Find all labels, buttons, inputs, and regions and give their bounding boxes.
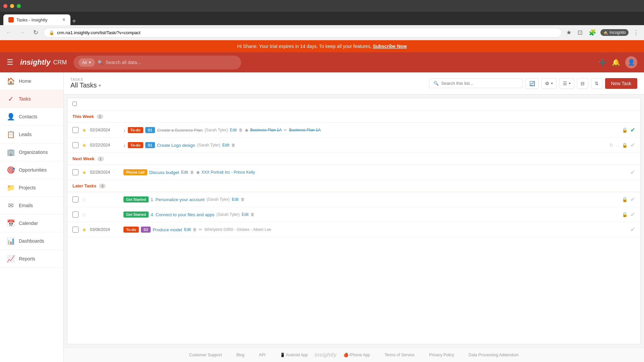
task-row-actions: 🔒 ✔ — [622, 126, 635, 134]
global-search-container[interactable]: All ▼ 🔍 — [73, 56, 241, 69]
list-search-input[interactable] — [441, 81, 519, 86]
task-star-icon[interactable]: ★ — [82, 169, 87, 176]
task-tag-s1: S1 — [145, 127, 155, 133]
task-delete-icon[interactable]: 🗑 — [190, 170, 194, 175]
footer-blog-link[interactable]: Blog — [236, 353, 245, 357]
sidebar-item-contacts[interactable]: 👤 Contacts — [0, 108, 63, 126]
task-name-link[interactable]: 1. Personalize your account — [151, 197, 204, 202]
sidebar-item-dashboards[interactable]: 📊 Dashboards — [0, 232, 63, 250]
footer-terms-link[interactable]: Terms of Service — [385, 353, 415, 357]
task-checkbox[interactable] — [72, 142, 78, 148]
task-delete-icon[interactable]: 🗑 — [193, 227, 197, 232]
tasks-title-dropdown[interactable]: All Tasks ▾ — [70, 81, 424, 89]
task-name-link[interactable]: Produce model — [153, 227, 182, 232]
task-checkbox[interactable] — [72, 169, 78, 175]
sort-button[interactable]: ⇅ — [591, 78, 602, 89]
task-delete-icon[interactable]: 🗑 — [241, 197, 245, 202]
task-name-link[interactable]: Discuss budget — [149, 170, 179, 175]
tab-close-button[interactable]: × — [62, 17, 65, 23]
filter-button[interactable]: ⊟ — [577, 78, 588, 89]
this-week-section-header: This Week 2 — [67, 111, 640, 123]
sidebar-item-projects[interactable]: 📁 Projects — [0, 179, 63, 197]
select-all-checkbox[interactable] — [72, 102, 77, 106]
task-tag-get-started: Get Started — [123, 212, 149, 218]
task-checkbox[interactable] — [72, 212, 78, 218]
task-linked-1[interactable]: Business Plan 1A — [250, 128, 282, 132]
task-checkbox[interactable] — [72, 196, 78, 202]
task-star-icon[interactable]: ★ — [82, 142, 87, 148]
task-complete-button[interactable]: ✔ — [630, 211, 635, 218]
bookmark-icon[interactable]: ★ — [565, 27, 573, 38]
sidebar-item-leads[interactable]: 📋 Leads — [0, 126, 63, 143]
task-delete-icon[interactable]: 🗑 — [231, 143, 235, 147]
sidebar-item-tasks[interactable]: ✓ Tasks — [0, 90, 63, 108]
hamburger-menu-icon[interactable]: ☰ — [7, 58, 13, 67]
window-max-btn[interactable] — [17, 4, 21, 8]
window-close-btn[interactable] — [3, 4, 7, 8]
task-edit-link[interactable]: Edit — [242, 212, 249, 217]
new-task-button[interactable]: New Task — [605, 78, 637, 89]
task-edit-link[interactable]: Edit — [181, 170, 188, 175]
task-edit-link[interactable]: Edit — [232, 197, 239, 202]
task-name-link[interactable]: 4. Connect to your files and apps — [151, 212, 214, 217]
task-linked-org[interactable]: Whirlybird G950 - Globex - Albert Lee — [204, 227, 271, 232]
sidebar-item-opportunities[interactable]: 🎯 Opportunities — [0, 161, 63, 179]
task-checkbox[interactable] — [72, 127, 78, 133]
task-star-icon[interactable]: ☆ — [82, 196, 87, 203]
footer-android-app-link[interactable]: 📱 Android App — [280, 353, 308, 357]
task-star-icon[interactable]: ☆ — [82, 212, 87, 218]
task-name-link[interactable]: Create Logo design — [157, 143, 195, 148]
refresh-button[interactable]: ↻ — [30, 27, 41, 38]
sidebar-item-emails[interactable]: ✉ Emails — [0, 197, 63, 215]
task-edit-link[interactable]: Edit — [230, 128, 237, 132]
list-search-container[interactable]: 🔍 — [429, 78, 523, 88]
sidebar-item-home[interactable]: 🏠 Home — [0, 72, 63, 90]
task-complete-button[interactable]: ✔ — [630, 226, 635, 233]
active-tab[interactable]: Tasks - Insightly × — [3, 14, 70, 25]
add-icon[interactable]: ➕ — [598, 58, 607, 66]
sidebar-item-organizations[interactable]: 🏢 Organizations — [0, 143, 63, 161]
more-options-icon[interactable]: ⋮ — [631, 27, 641, 38]
task-star-icon[interactable]: ★ — [82, 127, 87, 133]
forward-button[interactable]: → — [17, 27, 28, 38]
user-avatar[interactable]: 👤 — [625, 56, 637, 68]
new-tab-button[interactable]: + — [72, 17, 76, 25]
task-complete-button[interactable]: ✔ — [630, 169, 635, 176]
task-delete-icon[interactable]: 🗑 — [239, 128, 243, 132]
task-star-icon[interactable]: ★ — [82, 227, 87, 233]
address-bar[interactable]: 🔒 — [44, 28, 562, 38]
footer-api-link[interactable]: API — [259, 353, 265, 357]
notifications-icon[interactable]: 🔔 — [612, 58, 620, 66]
task-name-link[interactable]: Create a Business Plan — [157, 128, 203, 133]
global-search-input[interactable] — [106, 60, 236, 65]
extensions-icon[interactable]: 🧩 — [587, 27, 598, 38]
search-scope-dropdown[interactable]: All ▼ — [78, 58, 95, 67]
profile-sync-icon[interactable]: ⊡ — [576, 27, 584, 38]
app-logo[interactable]: insightly CRM — [20, 58, 67, 67]
task-checkbox[interactable] — [72, 227, 78, 233]
footer-data-processing-link[interactable]: Data Processing Addendum — [469, 353, 519, 357]
task-edit-pencil-icon[interactable]: ✏ — [199, 227, 202, 232]
sidebar-item-calendar[interactable]: 📅 Calendar — [0, 215, 63, 232]
task-edit-link[interactable]: Edit — [184, 227, 191, 232]
task-delete-icon[interactable]: 🗑 — [251, 212, 255, 217]
task-linked-org[interactable]: XXX Portrait Inc - Prince Kelly — [202, 170, 255, 175]
task-edit-link[interactable]: Edit — [222, 143, 229, 147]
back-button[interactable]: ← — [3, 27, 14, 38]
task-complete-button[interactable]: ✔ — [630, 141, 635, 149]
subscribe-now-link[interactable]: Subscribe Now — [373, 44, 407, 49]
sidebar-item-reports[interactable]: 📈 Reports — [0, 250, 63, 268]
settings-button[interactable]: ⚙ ▾ — [541, 78, 556, 89]
view-toggle-button[interactable]: ☰ ▾ — [559, 78, 574, 89]
footer-customer-support-link[interactable]: Customer Support — [189, 353, 222, 357]
task-complete-button[interactable]: ✔ — [630, 126, 635, 134]
incognito-badge: 🕵 Incognito — [600, 29, 629, 36]
window-min-btn[interactable] — [10, 4, 14, 8]
organizations-icon: 🏢 — [7, 148, 15, 156]
refresh-list-button[interactable]: 🔄 — [526, 78, 539, 89]
url-input[interactable] — [57, 30, 556, 35]
footer-iphone-app-link[interactable]: 🍎 iPhone App — [343, 353, 370, 357]
task-complete-button[interactable]: ✔ — [630, 196, 635, 203]
footer-privacy-link[interactable]: Privacy Policy — [429, 353, 454, 357]
task-linked-2[interactable]: Business Plan 1A — [289, 128, 321, 132]
